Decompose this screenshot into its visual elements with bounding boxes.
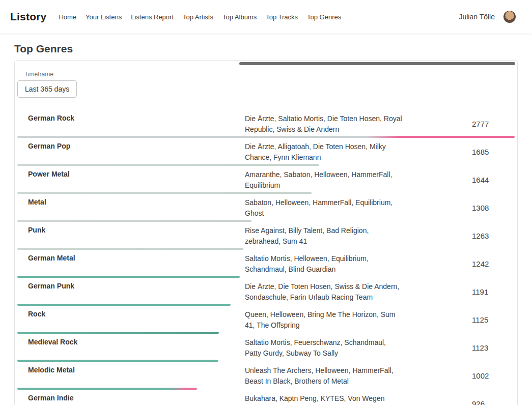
genre-artists: Sabaton, Helloween, HammerFall, Equilibr… — [245, 197, 454, 219]
genre-row: German PopDie Ärzte, Alligatoah, Die Tot… — [17, 138, 515, 166]
timeframe-label: Timeframe — [24, 71, 515, 78]
genre-row-cells: MetalSabaton, Helloween, HammerFall, Equ… — [17, 197, 515, 219]
genre-artists: Saltatio Mortis, Helloween, Equilibrium,… — [245, 253, 454, 275]
genre-row: Power MetalAmaranthe, Sabaton, Helloween… — [17, 166, 515, 194]
genre-listen-count: 1002 — [454, 371, 515, 380]
genre-name: Punk — [17, 225, 245, 234]
app-logo[interactable]: Listory — [10, 11, 46, 23]
genre-name: Power Metal — [17, 169, 245, 178]
genre-name: Medieval Rock — [17, 337, 245, 346]
timeframe-section: Timeframe Last 365 days — [17, 71, 515, 98]
genre-row: German IndieBukahara, Käptn Peng, KYTES,… — [17, 390, 515, 405]
genre-name: German Indie — [17, 393, 245, 402]
genre-row-cells: German MetalSaltatio Mortis, Helloween, … — [17, 253, 515, 275]
genre-listen-count: 1685 — [454, 148, 515, 156]
genre-row: Melodic MetalUnleash The Archers, Hellow… — [17, 362, 515, 390]
genre-listen-count: 2777 — [454, 120, 515, 128]
genre-row-cells: German RockDie Ärzte, Saltatio Mortis, D… — [17, 113, 515, 135]
genre-listen-count: 1123 — [454, 343, 515, 352]
genre-name: German Punk — [17, 281, 245, 290]
genre-row: German MetalSaltatio Mortis, Helloween, … — [17, 250, 515, 278]
genre-name: Rock — [17, 309, 245, 318]
genre-name: Melodic Metal — [17, 365, 245, 374]
genre-row-cells: German IndieBukahara, Käptn Peng, KYTES,… — [17, 393, 515, 405]
nav-link-top-artists[interactable]: Top Artists — [183, 13, 213, 21]
horizontal-scrollbar-thumb[interactable] — [239, 62, 515, 65]
genre-name: German Metal — [17, 253, 245, 262]
nav-link-your-listens[interactable]: Your Listens — [86, 13, 122, 21]
genre-listen-count: 1644 — [454, 176, 515, 184]
genre-artists: Amaranthe, Sabaton, Helloween, HammerFal… — [245, 169, 454, 191]
main-nav: HomeYour ListensListens ReportTop Artist… — [59, 13, 459, 21]
genre-artists: Unleash The Archers, Helloween, HammerFa… — [245, 365, 454, 387]
genre-row: German RockDie Ärzte, Saltatio Mortis, D… — [17, 110, 515, 138]
genre-row-cells: German PopDie Ärzte, Alligatoah, Die Tot… — [17, 141, 515, 163]
genre-name: German Pop — [17, 141, 245, 150]
genre-row-cells: Medieval RockSaltatio Mortis, Feuerschwa… — [17, 337, 515, 359]
horizontal-scrollbar — [17, 62, 515, 65]
genre-row-cells: PunkRise Against, Billy Talent, Bad Reli… — [17, 225, 515, 247]
top-genres-panel: Timeframe Last 365 days German RockDie Ä… — [14, 60, 518, 405]
nav-link-top-albums[interactable]: Top Albums — [222, 13, 257, 21]
genre-artists: Die Ärzte, Die Toten Hosen, Swiss & Die … — [245, 281, 454, 303]
nav-link-listens-report[interactable]: Listens Report — [131, 13, 174, 21]
genre-listen-count: 1263 — [454, 232, 515, 240]
genre-listen-count: 926 — [454, 399, 515, 405]
nav-link-home[interactable]: Home — [59, 13, 76, 21]
navbar: Listory HomeYour ListensListens ReportTo… — [0, 0, 532, 34]
genre-name: German Rock — [17, 113, 245, 122]
genre-listen-count: 1308 — [454, 204, 515, 212]
genre-row: Medieval RockSaltatio Mortis, Feuerschwa… — [17, 334, 515, 362]
genre-row: PunkRise Against, Billy Talent, Bad Reli… — [17, 222, 515, 250]
genre-artists: Bukahara, Käptn Peng, KYTES, Von Wegen L… — [245, 393, 454, 405]
page-title: Top Genres — [14, 43, 518, 55]
user-name: Julian Tölle — [459, 13, 495, 21]
user-avatar[interactable] — [503, 11, 516, 23]
genre-row: RockQueen, Helloween, Bring Me The Horiz… — [17, 306, 515, 334]
genre-row-cells: German PunkDie Ärzte, Die Toten Hosen, S… — [17, 281, 515, 303]
genre-artists: Saltatio Mortis, Feuerschwanz, Schandmau… — [245, 337, 454, 359]
genre-row-cells: Melodic MetalUnleash The Archers, Hellow… — [17, 365, 515, 387]
genre-artists: Die Ärzte, Saltatio Mortis, Die Toten Ho… — [245, 113, 454, 135]
genre-row: MetalSabaton, Helloween, HammerFall, Equ… — [17, 194, 515, 222]
genre-artists: Die Ärzte, Alligatoah, Die Toten Hosen, … — [245, 141, 454, 163]
genre-row-cells: Power MetalAmaranthe, Sabaton, Helloween… — [17, 169, 515, 191]
genres-table: German RockDie Ärzte, Saltatio Mortis, D… — [17, 110, 515, 405]
genre-row-cells: RockQueen, Helloween, Bring Me The Horiz… — [17, 309, 515, 331]
nav-link-top-genres[interactable]: Top Genres — [307, 13, 341, 21]
user-menu[interactable]: Julian Tölle — [459, 11, 516, 23]
genre-artists: Rise Against, Billy Talent, Bad Religion… — [245, 225, 454, 247]
genre-listen-count: 1191 — [454, 287, 515, 296]
genre-name: Metal — [17, 197, 245, 206]
nav-link-top-tracks[interactable]: Top Tracks — [266, 13, 298, 21]
genre-artists: Queen, Helloween, Bring Me The Horizon, … — [245, 309, 454, 331]
timeframe-select[interactable]: Last 365 days — [17, 80, 77, 98]
genre-listen-count: 1125 — [454, 315, 515, 324]
main-content: Top Genres Timeframe Last 365 days Germa… — [0, 34, 532, 405]
genre-row: German PunkDie Ärzte, Die Toten Hosen, S… — [17, 278, 515, 306]
genre-listen-count: 1242 — [454, 259, 515, 268]
